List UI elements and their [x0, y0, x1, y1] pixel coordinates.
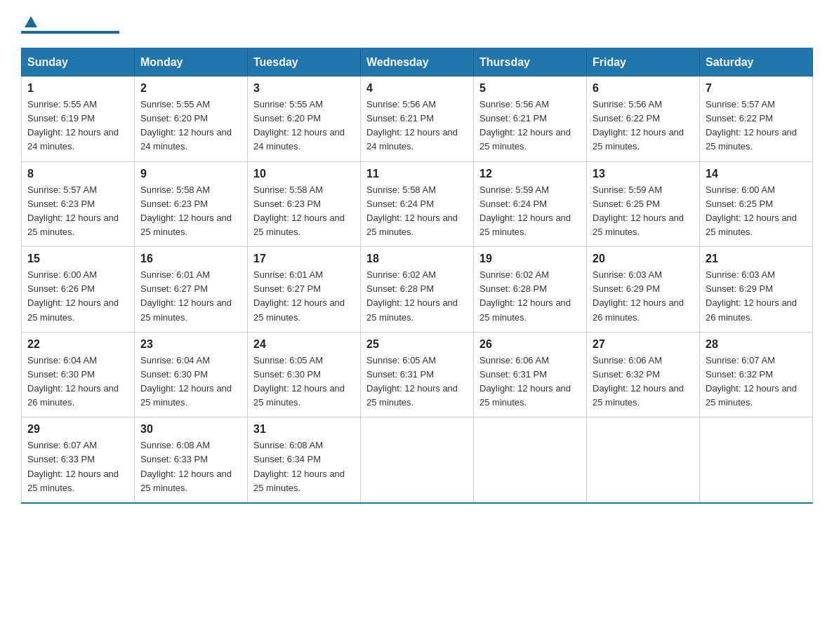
day-cell: 13 Sunrise: 5:59 AMSunset: 6:25 PMDaylig…	[587, 161, 700, 247]
day-number: 14	[706, 168, 807, 180]
day-number: 3	[253, 82, 355, 95]
header-friday: Friday	[587, 48, 700, 76]
day-info: Sunrise: 6:00 AMSunset: 6:26 PMDaylight:…	[27, 269, 119, 322]
day-cell	[474, 417, 587, 503]
week-row-1: 1 Sunrise: 5:55 AMSunset: 6:19 PMDayligh…	[22, 76, 813, 162]
day-number: 20	[593, 253, 694, 265]
day-cell	[361, 417, 474, 503]
day-info: Sunrise: 5:58 AMSunset: 6:24 PMDaylight:…	[366, 185, 458, 237]
day-number: 6	[593, 82, 694, 95]
day-info: Sunrise: 5:57 AMSunset: 6:22 PMDaylight:…	[706, 99, 797, 152]
day-cell: 10 Sunrise: 5:58 AMSunset: 6:23 PMDaylig…	[248, 161, 361, 247]
logo-area	[21, 14, 119, 34]
header-wednesday: Wednesday	[361, 48, 474, 76]
day-number: 10	[253, 168, 355, 180]
day-number: 13	[593, 168, 694, 180]
day-cell: 28 Sunrise: 6:07 AMSunset: 6:32 PMDaylig…	[700, 332, 813, 417]
day-number: 19	[479, 253, 581, 265]
day-number: 29	[27, 423, 128, 436]
day-cell: 18 Sunrise: 6:02 AMSunset: 6:28 PMDaylig…	[361, 247, 474, 333]
calendar-table: SundayMondayTuesdayWednesdayThursdayFrid…	[21, 48, 813, 504]
day-number: 15	[27, 253, 128, 265]
day-cell: 8 Sunrise: 5:57 AMSunset: 6:23 PMDayligh…	[22, 161, 135, 247]
day-info: Sunrise: 5:55 AMSunset: 6:20 PMDaylight:…	[253, 99, 345, 152]
day-info: Sunrise: 5:58 AMSunset: 6:23 PMDaylight:…	[253, 185, 345, 237]
calendar-header-row: SundayMondayTuesdayWednesdayThursdayFrid…	[22, 48, 813, 76]
header-tuesday: Tuesday	[248, 48, 361, 76]
day-number: 16	[140, 253, 241, 265]
logo-arrow-icon	[23, 14, 39, 29]
day-info: Sunrise: 6:01 AMSunset: 6:27 PMDaylight:…	[253, 269, 345, 322]
day-number: 8	[27, 168, 128, 180]
day-info: Sunrise: 5:59 AMSunset: 6:24 PMDaylight:…	[479, 185, 571, 237]
week-row-3: 15 Sunrise: 6:00 AMSunset: 6:26 PMDaylig…	[22, 247, 813, 333]
header-thursday: Thursday	[474, 48, 587, 76]
day-number: 23	[140, 338, 241, 351]
logo	[21, 14, 39, 29]
day-number: 7	[706, 82, 807, 95]
day-cell: 20 Sunrise: 6:03 AMSunset: 6:29 PMDaylig…	[587, 247, 700, 333]
svg-marker-0	[25, 16, 37, 27]
day-cell: 6 Sunrise: 5:56 AMSunset: 6:22 PMDayligh…	[587, 76, 700, 162]
day-cell: 11 Sunrise: 5:58 AMSunset: 6:24 PMDaylig…	[361, 161, 474, 247]
day-info: Sunrise: 5:56 AMSunset: 6:21 PMDaylight:…	[366, 99, 458, 152]
day-number: 9	[140, 168, 241, 180]
day-cell	[587, 417, 700, 503]
day-cell	[700, 417, 813, 503]
day-number: 18	[366, 253, 468, 265]
day-cell: 15 Sunrise: 6:00 AMSunset: 6:26 PMDaylig…	[22, 247, 135, 333]
day-info: Sunrise: 5:56 AMSunset: 6:22 PMDaylight:…	[593, 99, 684, 152]
day-info: Sunrise: 6:05 AMSunset: 6:31 PMDaylight:…	[366, 355, 458, 408]
day-cell: 23 Sunrise: 6:04 AMSunset: 6:30 PMDaylig…	[135, 332, 248, 417]
day-cell: 1 Sunrise: 5:55 AMSunset: 6:19 PMDayligh…	[22, 76, 135, 162]
day-info: Sunrise: 5:58 AMSunset: 6:23 PMDaylight:…	[140, 185, 232, 237]
day-cell: 25 Sunrise: 6:05 AMSunset: 6:31 PMDaylig…	[361, 332, 474, 417]
day-number: 28	[706, 338, 807, 351]
day-number: 11	[366, 168, 468, 180]
header-saturday: Saturday	[700, 48, 813, 76]
day-info: Sunrise: 6:06 AMSunset: 6:32 PMDaylight:…	[593, 355, 684, 408]
day-number: 24	[253, 338, 355, 351]
day-cell: 7 Sunrise: 5:57 AMSunset: 6:22 PMDayligh…	[700, 76, 813, 162]
day-info: Sunrise: 6:07 AMSunset: 6:32 PMDaylight:…	[706, 355, 797, 408]
day-cell: 5 Sunrise: 5:56 AMSunset: 6:21 PMDayligh…	[474, 76, 587, 162]
day-cell: 24 Sunrise: 6:05 AMSunset: 6:30 PMDaylig…	[248, 332, 361, 417]
day-cell: 21 Sunrise: 6:03 AMSunset: 6:29 PMDaylig…	[700, 247, 813, 333]
page-header	[21, 14, 813, 34]
day-cell: 16 Sunrise: 6:01 AMSunset: 6:27 PMDaylig…	[135, 247, 248, 333]
day-cell: 22 Sunrise: 6:04 AMSunset: 6:30 PMDaylig…	[22, 332, 135, 417]
day-number: 17	[253, 253, 355, 265]
logo-underline	[21, 31, 119, 34]
day-info: Sunrise: 6:07 AMSunset: 6:33 PMDaylight:…	[27, 440, 119, 492]
week-row-2: 8 Sunrise: 5:57 AMSunset: 6:23 PMDayligh…	[22, 161, 813, 247]
day-number: 5	[479, 82, 581, 95]
day-info: Sunrise: 5:59 AMSunset: 6:25 PMDaylight:…	[593, 185, 684, 237]
day-cell: 9 Sunrise: 5:58 AMSunset: 6:23 PMDayligh…	[135, 161, 248, 247]
day-cell: 3 Sunrise: 5:55 AMSunset: 6:20 PMDayligh…	[248, 76, 361, 162]
day-info: Sunrise: 6:06 AMSunset: 6:31 PMDaylight:…	[479, 355, 571, 408]
week-row-4: 22 Sunrise: 6:04 AMSunset: 6:30 PMDaylig…	[22, 332, 813, 417]
day-cell: 14 Sunrise: 6:00 AMSunset: 6:25 PMDaylig…	[700, 161, 813, 247]
day-number: 30	[140, 423, 241, 436]
day-cell: 17 Sunrise: 6:01 AMSunset: 6:27 PMDaylig…	[248, 247, 361, 333]
day-cell: 27 Sunrise: 6:06 AMSunset: 6:32 PMDaylig…	[587, 332, 700, 417]
day-number: 2	[140, 82, 241, 95]
day-info: Sunrise: 6:04 AMSunset: 6:30 PMDaylight:…	[140, 355, 232, 408]
day-info: Sunrise: 6:03 AMSunset: 6:29 PMDaylight:…	[593, 269, 684, 322]
day-cell: 12 Sunrise: 5:59 AMSunset: 6:24 PMDaylig…	[474, 161, 587, 247]
day-number: 4	[366, 82, 468, 95]
day-number: 12	[479, 168, 581, 180]
day-number: 26	[479, 338, 581, 351]
day-cell: 29 Sunrise: 6:07 AMSunset: 6:33 PMDaylig…	[22, 417, 135, 503]
day-info: Sunrise: 6:03 AMSunset: 6:29 PMDaylight:…	[706, 269, 797, 322]
day-number: 22	[27, 338, 128, 351]
day-number: 21	[706, 253, 807, 265]
day-cell: 19 Sunrise: 6:02 AMSunset: 6:28 PMDaylig…	[474, 247, 587, 333]
day-info: Sunrise: 6:05 AMSunset: 6:30 PMDaylight:…	[253, 355, 345, 408]
day-cell: 26 Sunrise: 6:06 AMSunset: 6:31 PMDaylig…	[474, 332, 587, 417]
day-info: Sunrise: 6:08 AMSunset: 6:33 PMDaylight:…	[140, 440, 232, 492]
day-info: Sunrise: 5:57 AMSunset: 6:23 PMDaylight:…	[27, 185, 119, 237]
day-info: Sunrise: 6:00 AMSunset: 6:25 PMDaylight:…	[706, 185, 797, 237]
week-row-5: 29 Sunrise: 6:07 AMSunset: 6:33 PMDaylig…	[22, 417, 813, 503]
day-info: Sunrise: 5:56 AMSunset: 6:21 PMDaylight:…	[479, 99, 571, 152]
